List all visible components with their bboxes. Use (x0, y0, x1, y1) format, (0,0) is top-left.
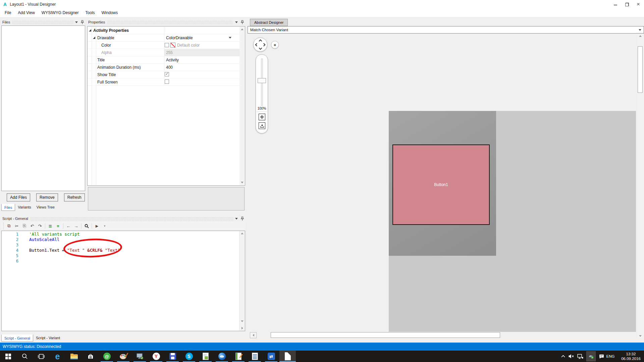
property-group-row[interactable]: Activity Properties (88, 27, 239, 34)
format-document-icon[interactable]: ≣ (47, 223, 54, 229)
close-button[interactable]: × (633, 0, 644, 9)
taskbar-icon-store[interactable] (82, 351, 99, 362)
full-screen-checkbox[interactable] (165, 79, 169, 84)
import-button[interactable] (259, 122, 265, 129)
show-title-checkbox[interactable]: ✓ (165, 72, 169, 76)
menu-add-view[interactable]: Add View (14, 9, 38, 17)
cut-icon[interactable]: ✂ (13, 223, 20, 229)
design-canvas[interactable]: Button1 (389, 111, 636, 332)
menu-file[interactable]: File (1, 9, 14, 17)
scroll-down-icon[interactable] (239, 180, 245, 185)
minimize-button[interactable] (610, 0, 621, 9)
pin-icon[interactable] (240, 20, 244, 24)
zoom-slider[interactable]: 100% (256, 54, 268, 133)
tab-abstract-designer[interactable]: Abstract Designer (250, 19, 288, 26)
notifications-icon[interactable] (599, 354, 604, 359)
taskbar-icon-paint[interactable] (115, 351, 131, 362)
designer-horizontal-scrollbar[interactable] (250, 332, 636, 338)
pan-down-icon[interactable] (259, 47, 262, 50)
scroll-up-icon[interactable] (239, 27, 245, 32)
zoom-slider-thumb[interactable] (258, 78, 266, 83)
code-editor[interactable]: 1 'All variants script 2 AutoScaleAll 3 … (1, 231, 245, 331)
network-icon[interactable] (577, 354, 583, 359)
scroll-left-icon[interactable] (250, 332, 257, 338)
taskbar-icon-libreoffice-writer[interactable] (247, 351, 263, 362)
fit-screen-button[interactable] (259, 114, 265, 120)
scroll-up-icon[interactable] (239, 231, 245, 236)
taskbar-icon-notes-editor[interactable] (230, 351, 247, 362)
refresh-button[interactable]: Refresh (64, 193, 85, 201)
tab-views-tree[interactable]: Views Tree (34, 204, 57, 211)
pan-right-icon[interactable] (262, 43, 266, 47)
task-view-button[interactable] (33, 351, 49, 362)
property-row-drawable[interactable]: Drawable ColorDrawable (88, 34, 239, 42)
restore-button[interactable] (621, 0, 633, 9)
taskbar-icon-libreoffice-calc[interactable] (197, 351, 214, 362)
drawable-value-dropdown[interactable]: ColorDrawable (166, 36, 193, 40)
language-indicator[interactable]: ENG (604, 351, 616, 362)
taskbar-icon-yandex-browser[interactable]: Y (148, 351, 164, 362)
pan-up-icon[interactable] (259, 40, 262, 43)
property-row-animation-duration[interactable]: Animation Duration (ms) 400 (88, 64, 239, 71)
undo-icon[interactable]: ↶ (29, 223, 36, 229)
start-button[interactable] (0, 351, 16, 362)
properties-scrollbar[interactable] (239, 27, 245, 185)
add-files-button[interactable]: Add Files (7, 193, 30, 201)
menu-wysiwyg-designer[interactable]: WYSIWYG Designer (38, 9, 82, 17)
pan-left-icon[interactable] (255, 43, 259, 47)
remove-button[interactable]: Remove (36, 193, 58, 201)
indent-icon[interactable]: → (73, 223, 79, 229)
chevron-down-icon[interactable] (229, 37, 231, 39)
toolbar-grip-icon[interactable]: ⋮⋮ (2, 223, 5, 229)
button1-widget[interactable]: Button1 (392, 144, 490, 225)
taskbar-icon-visual-designer-document[interactable] (279, 351, 296, 362)
taskbar-icon-file-explorer[interactable] (66, 351, 82, 362)
property-row-alpha[interactable]: Alpha 255 (88, 49, 239, 56)
editor-scrollbar[interactable] (239, 231, 245, 331)
scroll-right-icon[interactable] (239, 325, 245, 330)
variant-selector-dropdown[interactable]: Match Chosen Variant (248, 26, 644, 34)
color-checkbox[interactable] (165, 43, 169, 47)
scroll-down-icon[interactable] (637, 334, 643, 339)
tab-script-variant[interactable]: Script - Variant (33, 335, 63, 342)
taskbar-icon-thunderbird[interactable] (214, 351, 230, 362)
search-icon[interactable] (83, 223, 90, 229)
clock[interactable]: 13:32 06.09.2016 (620, 352, 642, 361)
taskbar-icon-edge[interactable]: e (49, 351, 66, 362)
tab-variants[interactable]: Variants (15, 204, 34, 211)
redo-icon[interactable]: ↷ (37, 223, 43, 229)
taskbar-icon-teamviewer[interactable]: ⇄ (263, 351, 279, 362)
expander-icon[interactable] (89, 29, 91, 32)
taskbar-icon-skype[interactable]: S (181, 351, 197, 362)
vertical-scroll-thumb[interactable] (638, 46, 643, 93)
color-swatch[interactable] (170, 43, 175, 48)
panel-menu-icon[interactable] (75, 21, 78, 23)
scroll-up-icon[interactable] (637, 34, 643, 39)
designer-viewport[interactable]: « 100% Button1 (248, 34, 644, 343)
tab-files[interactable]: Files (1, 204, 15, 211)
outdent-icon[interactable]: ← (65, 223, 72, 229)
taskbar-icon-save-floppy[interactable] (164, 351, 181, 362)
teamviewer-tray-icon[interactable] (586, 351, 596, 361)
panel-menu-icon[interactable] (235, 218, 238, 220)
pan-pad[interactable] (253, 38, 267, 52)
animation-duration-value[interactable]: 400 (166, 65, 173, 70)
volume-muted-icon[interactable] (568, 354, 574, 359)
property-row-color[interactable]: Color Default color (88, 42, 239, 49)
title-value[interactable]: Activity (166, 58, 179, 62)
collapse-button[interactable]: « (271, 41, 279, 49)
tab-script-general[interactable]: Script - General (1, 335, 33, 342)
property-row-title[interactable]: Title Activity (88, 56, 239, 64)
pin-icon[interactable] (240, 217, 244, 221)
copy-icon[interactable]: ⧉ (6, 223, 12, 229)
scroll-down-icon[interactable] (239, 319, 245, 324)
horizontal-scroll-thumb[interactable] (271, 332, 500, 338)
menu-windows[interactable]: Windows (98, 9, 121, 17)
hidden-icons-chevron[interactable] (561, 355, 565, 358)
property-row-full-screen[interactable]: Full Screen (88, 78, 239, 86)
overflow-icon[interactable]: ▾ (101, 223, 108, 229)
pin-icon[interactable] (80, 20, 84, 24)
property-row-show-title[interactable]: Show Title ✓ (88, 71, 239, 78)
designer-vertical-scrollbar[interactable] (637, 34, 643, 339)
menu-tools[interactable]: Tools (82, 9, 98, 17)
